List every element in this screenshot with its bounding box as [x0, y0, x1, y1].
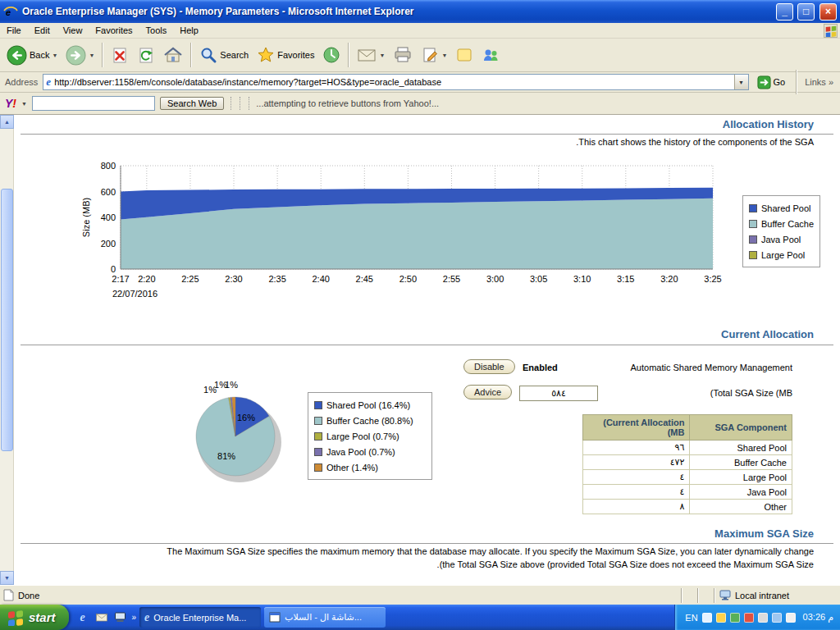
stop-button[interactable]	[107, 44, 132, 66]
tray-network-icon[interactable]	[772, 613, 782, 623]
minimize-button[interactable]: _	[776, 3, 793, 21]
yahoo-search-input[interactable]	[32, 96, 155, 111]
menu-help[interactable]: Help	[173, 24, 205, 37]
legend-item: Large Pool	[749, 247, 814, 262]
show-desktop-icon[interactable]	[113, 610, 128, 625]
svg-text:Size (MB): Size (MB)	[81, 198, 91, 237]
refresh-button[interactable]	[134, 44, 158, 66]
print-button[interactable]	[390, 44, 416, 66]
edit-icon	[421, 46, 439, 64]
table-row: ٤٧٢Buffer Cache	[583, 455, 792, 470]
menu-view[interactable]: View	[57, 24, 89, 37]
tray-messenger-icon[interactable]	[702, 613, 712, 623]
task-label: Oracle Enterprise Ma...	[153, 613, 246, 623]
quick-launch-mail-icon[interactable]	[94, 610, 109, 625]
maximum-sga-text-line2: .(the Total SGA Size above (provided Tot…	[30, 559, 814, 569]
forward-dropdown-icon[interactable]: ▼	[89, 52, 94, 58]
messenger-button[interactable]	[478, 44, 503, 66]
tray-volume-icon[interactable]	[758, 613, 768, 623]
address-dropdown-icon[interactable]: ▼	[734, 75, 748, 89]
edit-dropdown-icon[interactable]: ▼	[441, 52, 447, 58]
forward-button[interactable]: ▼	[62, 43, 98, 67]
total-sga-size-label: (Total SGA Size (MB	[710, 388, 792, 398]
status-done-pane: Done	[3, 589, 681, 601]
history-button[interactable]	[319, 44, 344, 66]
svg-text:2:20: 2:20	[138, 274, 155, 284]
taskbar-task-oracle-em[interactable]: e Oracle Enterprise Ma...	[139, 607, 261, 628]
tray-display-icon[interactable]	[786, 613, 796, 623]
mail-dropdown-icon[interactable]: ▼	[379, 52, 385, 58]
toolbar-separator	[102, 43, 103, 67]
legend-item: Large Pool (0.7%)	[314, 428, 426, 444]
menu-tools[interactable]: Tools	[139, 24, 174, 37]
menu-file[interactable]: File	[0, 24, 28, 37]
vertical-scrollbar[interactable]: ▲ ▼	[0, 115, 14, 585]
links-chevron-icon: »	[829, 77, 833, 87]
mail-icon	[357, 47, 377, 63]
large-pool-swatch	[749, 251, 757, 259]
yahoo-dropdown-icon[interactable]: ▼	[21, 101, 27, 107]
menu-favorites[interactable]: Favorites	[89, 24, 139, 37]
go-button[interactable]: Go	[754, 75, 789, 90]
svg-text:200: 200	[101, 239, 116, 249]
scroll-down-button[interactable]: ▼	[0, 571, 14, 585]
favorites-button[interactable]: Favorites	[253, 44, 317, 66]
toolbar-separator	[796, 70, 797, 94]
back-dropdown-icon[interactable]: ▼	[52, 52, 57, 58]
svg-text:16%: 16%	[237, 413, 255, 422]
yahoo-separator	[240, 97, 240, 110]
start-button[interactable]: start	[0, 605, 69, 630]
quick-launch-chevron-icon[interactable]: »	[132, 613, 137, 622]
tray-alert-icon[interactable]	[744, 613, 754, 623]
search-button[interactable]: Search	[196, 44, 252, 66]
links-label: Links	[805, 77, 826, 87]
menu-edit[interactable]: Edit	[28, 24, 57, 37]
svg-text:2:25: 2:25	[181, 274, 199, 284]
back-label: Back	[30, 50, 49, 60]
windows-flag-icon	[7, 609, 24, 626]
search-label: Search	[220, 50, 249, 60]
favorites-label: Favorites	[277, 50, 314, 60]
yahoo-logo-icon[interactable]: Y!	[5, 97, 16, 110]
taskbar-task-arabic-window[interactable]: شاشة ال - السلاب...	[264, 607, 386, 628]
windows-logo-icon	[824, 24, 838, 38]
disable-button[interactable]: Disable	[463, 359, 515, 374]
quick-launch-ie-icon[interactable]: e	[75, 610, 90, 625]
svg-text:3:00: 3:00	[486, 274, 504, 284]
address-field[interactable]: e ▼	[43, 74, 748, 90]
scrollbar-thumb[interactable]	[1, 189, 13, 451]
close-button[interactable]: ×	[819, 3, 837, 21]
svg-text:1%: 1%	[225, 380, 238, 390]
advice-button[interactable]: Advice	[463, 385, 512, 399]
address-input[interactable]	[54, 75, 733, 89]
svg-text:400: 400	[101, 212, 116, 222]
total-sga-size-input[interactable]	[519, 386, 598, 401]
edit-button[interactable]: ▼	[418, 44, 450, 66]
browser-window: e Oracle Enterprise Manager (SYS) - Memo…	[0, 0, 840, 630]
links-button[interactable]: Links »	[805, 77, 835, 87]
document-icon	[3, 589, 14, 601]
section-divider	[21, 134, 833, 135]
back-button[interactable]: Back ▼	[3, 43, 61, 67]
component-name: Other	[690, 500, 792, 514]
language-indicator[interactable]: EN	[685, 613, 697, 623]
table-row: ٤Large Pool	[583, 470, 792, 485]
notes-button[interactable]	[452, 44, 477, 66]
status-done-text: Done	[18, 591, 39, 600]
menu-bar: File Edit View Favorites Tools Help	[0, 23, 840, 39]
refresh-icon	[137, 46, 155, 64]
tray-update-icon[interactable]	[716, 613, 726, 623]
scroll-up-button[interactable]: ▲	[0, 115, 14, 129]
yahoo-search-web-button[interactable]: Search Web	[160, 97, 224, 110]
tray-antivirus-icon[interactable]	[730, 613, 740, 623]
mail-button[interactable]: ▼	[354, 45, 388, 65]
maximize-button[interactable]: □	[797, 3, 815, 21]
legend-label: Java Pool	[761, 235, 801, 244]
home-button[interactable]	[160, 44, 186, 66]
yahoo-toolbar: Y! ▼ Search Web ...attempting to retriev…	[0, 93, 840, 115]
svg-text:2:45: 2:45	[356, 274, 373, 284]
go-icon	[757, 75, 771, 89]
legend-item: Buffer Cache	[749, 216, 814, 231]
buffer-cache-swatch	[749, 220, 757, 228]
svg-text:3:05: 3:05	[530, 274, 547, 284]
